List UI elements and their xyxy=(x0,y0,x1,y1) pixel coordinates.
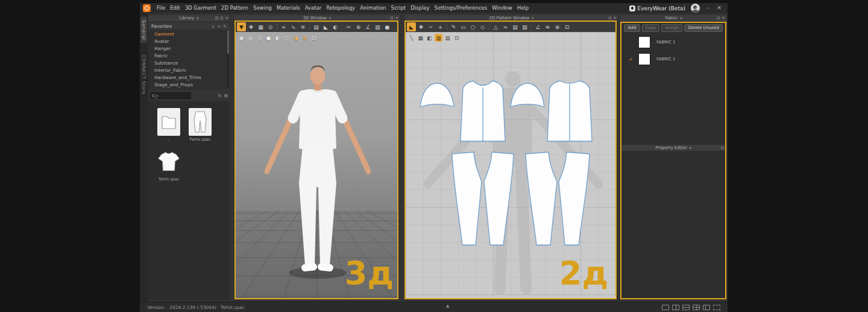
layout-grid-icon[interactable] xyxy=(693,305,700,310)
file-item-tshirt[interactable]: Tshirt.zpac xyxy=(154,148,183,182)
avatar-tape-icon[interactable]: ◑ xyxy=(292,34,300,42)
select-mesh-icon[interactable]: ▦ xyxy=(256,22,265,31)
show-strain-map-icon[interactable]: ○ xyxy=(283,34,291,42)
add-point-icon[interactable]: + xyxy=(436,22,445,31)
print-layout-icon[interactable]: ⊡ xyxy=(562,22,571,31)
fold-arrangement-icon[interactable]: ◣ xyxy=(321,22,330,31)
layout-sidebar-icon[interactable] xyxy=(703,305,710,310)
scrollbar-thumb[interactable] xyxy=(227,31,229,54)
close-icon[interactable]: ✕ xyxy=(614,16,617,21)
search-input[interactable]: ▾ xyxy=(150,92,191,99)
show-shrinkage-icon[interactable]: ◧ xyxy=(426,34,433,42)
grainline-icon[interactable]: ∠ xyxy=(533,22,542,31)
annotation-icon[interactable]: ≡ xyxy=(543,22,552,31)
render-icon[interactable]: ● xyxy=(383,22,392,31)
menu-animation[interactable]: Animation xyxy=(357,3,388,13)
grading-icon[interactable]: ▤ xyxy=(511,22,520,31)
show-fit-map-icon[interactable]: ◐ xyxy=(274,34,281,42)
select-move-icon[interactable]: ✚ xyxy=(247,22,256,31)
close-icon[interactable]: ✕ xyxy=(225,16,228,21)
popout-icon[interactable]: ⊡ xyxy=(608,16,611,21)
menu-script[interactable]: Script xyxy=(389,3,409,13)
library-item-fabric[interactable]: Fabric xyxy=(148,53,230,60)
measure-icon[interactable]: ∠ xyxy=(363,22,373,31)
library-item-substance[interactable]: Substance xyxy=(148,60,230,67)
chevron-down-icon[interactable]: ▾ xyxy=(329,16,331,20)
search-filter-caret-icon[interactable]: ▾ xyxy=(156,94,158,98)
popout-icon[interactable]: ⊡ xyxy=(390,16,393,21)
copy-fabric-button[interactable]: Copy xyxy=(642,24,660,32)
seam-allowance-icon[interactable]: ≈ xyxy=(501,22,510,31)
texture-editor-icon[interactable]: ▨ xyxy=(520,22,529,31)
rectangle-tool-icon[interactable]: ▭ xyxy=(459,22,468,31)
show-garment-icon[interactable]: ● xyxy=(265,34,272,42)
zoom-tool-icon[interactable]: ⊕ xyxy=(553,22,562,31)
circle-tool-icon[interactable]: ○ xyxy=(468,22,477,31)
add-favorite-icon[interactable]: + xyxy=(217,24,221,29)
file-item-pants[interactable]: Pants.zpac xyxy=(186,108,215,142)
close-icon[interactable]: ✕ xyxy=(722,16,725,21)
popout-icon[interactable]: ⊡ xyxy=(220,16,223,21)
show-pins-icon[interactable]: ⊙ xyxy=(256,34,263,42)
show-texture-icon[interactable]: ▥ xyxy=(435,34,442,42)
tack-icon[interactable]: ⊕ xyxy=(354,22,363,31)
notch-tool-icon[interactable]: △ xyxy=(491,22,500,31)
fabric-list-item[interactable]: ✓ FABRIC 1 xyxy=(621,51,725,68)
chevron-down-icon[interactable]: ▾ xyxy=(690,146,691,150)
print-area-icon[interactable]: ⊡ xyxy=(453,34,461,42)
fabric-list-item[interactable]: FABRIC 1 xyxy=(621,34,725,51)
free-sewing-icon[interactable]: ∿ xyxy=(289,22,298,31)
show-seamline-icon[interactable]: ╲ xyxy=(407,34,415,42)
menu-file[interactable]: File xyxy=(154,3,168,13)
avatar-size-icon[interactable]: ⊕ xyxy=(301,34,309,42)
library-item-avatar[interactable]: Avatar xyxy=(148,38,230,45)
menu-settings-preferences[interactable]: Settings/Preferences xyxy=(432,3,490,13)
edit-sewing-icon[interactable]: ≋ xyxy=(298,22,307,31)
show-arrangement-points-icon[interactable]: ◎ xyxy=(247,34,254,42)
menu-help[interactable]: Help xyxy=(515,3,531,13)
menu-sewing[interactable]: Sewing xyxy=(251,3,274,13)
wind-icon[interactable]: ◐ xyxy=(331,22,340,31)
library-item-interior-fabric[interactable]: Interior_Fabric xyxy=(148,67,230,74)
2d-pattern-area[interactable]: ╲ ▦ ◧ ▥ ▤ ⊡ xyxy=(406,32,617,298)
layout-two-row-icon[interactable] xyxy=(682,305,690,310)
add-fabric-button[interactable]: Add xyxy=(624,24,640,32)
pattern-piece-pant-back-right[interactable] xyxy=(559,152,590,245)
menu-materials[interactable]: Materials xyxy=(274,3,303,13)
everywear-brand[interactable]: EveryWear (Beta) xyxy=(629,5,685,11)
pattern-piece-pant-front-right[interactable] xyxy=(484,152,514,245)
clo-logo-icon[interactable] xyxy=(143,4,151,12)
pattern-piece-pant-back-left[interactable] xyxy=(526,152,557,245)
chevron-down-icon[interactable]: ▾ xyxy=(197,16,198,20)
edit-curvature-icon[interactable]: ~ xyxy=(426,22,435,31)
layout-single-icon[interactable] xyxy=(662,305,669,310)
library-item-hardware-and-trims[interactable]: Hardware_and_Trims xyxy=(148,74,230,81)
transform-pattern-icon[interactable]: ◣ xyxy=(407,22,416,31)
menu-edit[interactable]: Edit xyxy=(168,3,182,13)
arrangement-icon[interactable]: ▤ xyxy=(312,22,321,31)
menu-retopology[interactable]: Retopology xyxy=(324,3,357,13)
dart-tool-icon[interactable]: ◇ xyxy=(478,22,487,31)
chevron-down-icon[interactable]: ▾ xyxy=(532,16,534,20)
menu-3d-garment[interactable]: 3D Garment xyxy=(183,3,219,13)
texture-icon[interactable]: ▨ xyxy=(373,22,382,31)
account-avatar[interactable] xyxy=(691,4,700,13)
popout-icon[interactable]: ⊡ xyxy=(721,146,724,150)
show-grid-icon[interactable]: ▦ xyxy=(417,34,424,42)
pattern-piece-sleeve-right[interactable] xyxy=(511,83,544,107)
assign-fabric-button[interactable]: Assign xyxy=(661,24,682,32)
dock-icon[interactable]: ⊟ xyxy=(215,16,218,21)
tab-general[interactable]: General xyxy=(140,17,147,43)
pin-tool-icon[interactable]: ⊙ xyxy=(266,22,275,31)
menu-window[interactable]: Window xyxy=(489,3,515,13)
layout-custom-icon[interactable] xyxy=(713,305,720,310)
edit-pattern-icon[interactable]: ✚ xyxy=(417,22,426,31)
show-avatar-icon[interactable]: ◉ xyxy=(237,34,245,42)
layout-two-column-icon[interactable] xyxy=(672,305,679,310)
segment-sewing-icon[interactable]: ≈ xyxy=(279,22,288,31)
refresh-view-icon[interactable]: ↻ xyxy=(218,93,221,98)
fabric-swatch[interactable] xyxy=(638,36,650,48)
delete-unused-button[interactable]: Delete Unused xyxy=(684,24,723,32)
close-icon[interactable]: ✕ xyxy=(715,3,723,13)
pattern-piece-pant-front-left[interactable] xyxy=(452,152,482,245)
